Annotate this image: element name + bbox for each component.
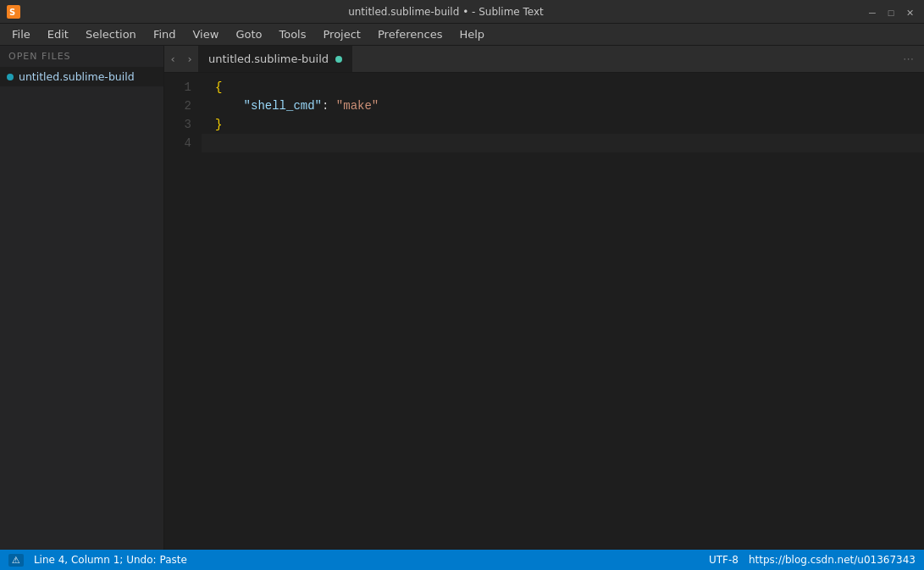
menu-selection[interactable]: Selection (77, 25, 145, 43)
status-left: ⚠ Line 4, Column 1; Undo: Paste (8, 554, 187, 567)
tab-more-button[interactable]: ⋯ (899, 51, 917, 67)
minimize-button[interactable]: ─ (865, 5, 880, 20)
tab-untitled-build[interactable]: untitled.sublime-build (198, 46, 353, 72)
menu-view[interactable]: View (185, 25, 228, 43)
menu-file[interactable]: File (3, 25, 39, 43)
window-title: untitled.sublime-build • - Sublime Text (25, 6, 866, 18)
menu-tools[interactable]: Tools (270, 25, 314, 43)
tab-nav-prev[interactable]: ‹ (164, 46, 181, 72)
svg-text:S: S (9, 8, 15, 17)
tab-label: untitled.sublime-build (208, 53, 329, 65)
sidebar: OPEN FILES untitled.sublime-build (0, 46, 164, 550)
tab-bar: ‹ › untitled.sublime-build ⋯ (164, 46, 924, 73)
menu-project[interactable]: Project (314, 25, 368, 43)
tab-bar-actions: ⋯ (899, 51, 924, 67)
active-file-indicator (7, 74, 14, 80)
menu-bar: File Edit Selection Find View Goto Tools… (0, 24, 924, 46)
title-bar: S untitled.sublime-build • - Sublime Tex… (0, 0, 924, 24)
line-num-2: 2 (164, 97, 202, 115)
status-bar: ⚠ Line 4, Column 1; Undo: Paste UTF-8 ht… (0, 550, 924, 570)
tab-nav-next[interactable]: › (181, 46, 198, 72)
status-url: https://blog.csdn.net/u01367343 (749, 554, 916, 566)
line-num-3: 3 (164, 115, 202, 134)
status-right: UTF-8 https://blog.csdn.net/u01367343 (709, 554, 916, 566)
status-warning-icon: ⚠ (8, 554, 24, 567)
code-line-1: { (202, 78, 924, 97)
code-line-4 (202, 134, 924, 152)
code-line-2: "shell_cmd": "make" (202, 97, 924, 115)
maximize-button[interactable]: □ (883, 5, 899, 20)
window-controls: ─ □ ✕ (865, 5, 917, 20)
line-numbers: 1 2 3 4 (164, 73, 202, 550)
menu-preferences[interactable]: Preferences (369, 25, 451, 43)
app-icon: S (7, 5, 20, 19)
sidebar-file-name: untitled.sublime-build (19, 70, 135, 83)
sidebar-header: OPEN FILES (0, 46, 163, 67)
tab-modified-indicator (335, 56, 342, 63)
editor-area: ‹ › untitled.sublime-build ⋯ 1 2 3 4 { "… (164, 46, 924, 550)
line-num-1: 1 (164, 78, 202, 97)
menu-edit[interactable]: Edit (39, 25, 77, 43)
close-button[interactable]: ✕ (902, 5, 917, 20)
main-layout: OPEN FILES untitled.sublime-build ‹ › un… (0, 46, 924, 550)
status-encoding: UTF-8 (709, 554, 739, 566)
code-editor[interactable]: 1 2 3 4 { "shell_cmd": "make" } (164, 73, 924, 550)
code-line-3: } (202, 115, 924, 134)
sidebar-item-untitled-build[interactable]: untitled.sublime-build (0, 67, 163, 86)
menu-find[interactable]: Find (145, 25, 185, 43)
status-position: Line 4, Column 1; Undo: Paste (34, 554, 187, 566)
menu-goto[interactable]: Goto (227, 25, 270, 43)
menu-help[interactable]: Help (451, 25, 493, 43)
code-content[interactable]: { "shell_cmd": "make" } (202, 73, 924, 550)
line-num-4: 4 (164, 134, 202, 152)
